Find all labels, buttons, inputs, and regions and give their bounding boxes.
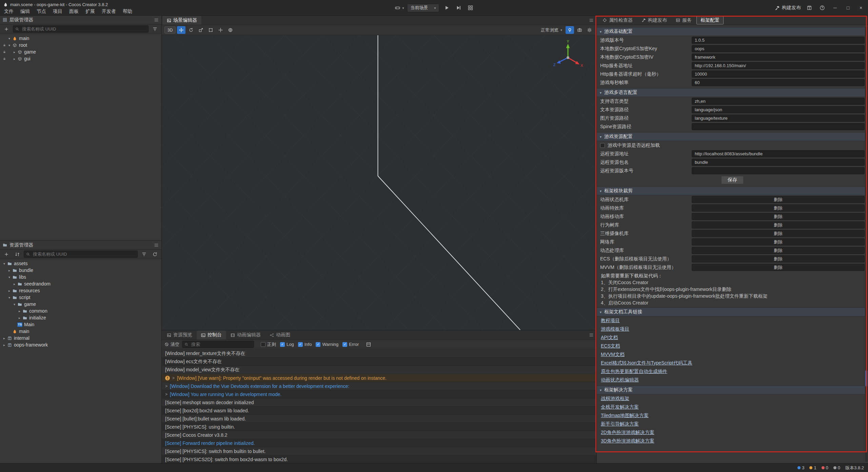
lang-texture-path-input[interactable] bbox=[692, 115, 865, 122]
delete-button[interactable]: 删除 bbox=[692, 204, 865, 212]
checkbox-icon[interactable] bbox=[261, 342, 265, 347]
menu-item[interactable]: 节点 bbox=[33, 8, 50, 15]
move-tool-button[interactable] bbox=[177, 26, 185, 34]
doc-link[interactable]: ECS文档 bbox=[597, 342, 868, 350]
doc-link[interactable]: MVVM文档 bbox=[597, 350, 868, 359]
log-row[interactable]: [Scene] Cocos Creator v3.8.2 bbox=[162, 431, 596, 439]
solution-link[interactable]: 新手引导解决方案 bbox=[597, 420, 868, 428]
log-row[interactable]: [Window] model_view文件夹不存在 bbox=[162, 366, 596, 374]
section-header-resource[interactable]: ▾ 游戏资源配置 bbox=[597, 132, 868, 141]
log-row[interactable]: [Scene] Forward render pipeline initiali… bbox=[162, 439, 596, 447]
tree-node[interactable]: ▸oops-framework bbox=[0, 341, 161, 348]
rotate-tool-button[interactable] bbox=[187, 26, 195, 34]
render-mode-select[interactable]: 正常浏览 ▾ bbox=[539, 27, 564, 33]
crypto-key-input[interactable] bbox=[692, 45, 865, 52]
assets-search[interactable] bbox=[24, 251, 138, 258]
http-timeout-input[interactable] bbox=[692, 71, 865, 78]
create-node-button[interactable] bbox=[2, 25, 11, 33]
section-header-docs[interactable]: ▾ 框架文档工具链接 bbox=[597, 308, 868, 316]
filter-Log[interactable]: ✓Log bbox=[280, 342, 294, 347]
expand-arrow[interactable]: > bbox=[165, 384, 167, 389]
scene-select[interactable]: 当前场景 ▾ bbox=[407, 4, 439, 12]
collapse-logs-button[interactable] bbox=[364, 340, 373, 349]
maximize-button[interactable]: □ bbox=[844, 4, 852, 12]
delete-button[interactable]: 删除 bbox=[692, 230, 865, 237]
filter-Error[interactable]: ✓Error bbox=[342, 342, 359, 347]
checkbox-icon[interactable]: ✓ bbox=[316, 342, 320, 347]
gear-icon[interactable] bbox=[585, 26, 594, 34]
pivot-toggle-button[interactable] bbox=[216, 26, 225, 34]
axis-gizmo[interactable]: Y X Z bbox=[552, 39, 584, 72]
mode-3d-toggle[interactable]: 3D bbox=[164, 26, 176, 34]
panel-menu-icon[interactable] bbox=[154, 243, 159, 248]
log-row[interactable]: >[Window] Download the Vue Devtools exte… bbox=[162, 382, 596, 390]
section-header-basic[interactable]: ▾ 游戏基础配置 bbox=[597, 27, 868, 36]
filter-Info[interactable]: ✓Info bbox=[298, 342, 312, 347]
doc-link[interactable]: 游戏模板项目 bbox=[597, 325, 868, 333]
sort-icon[interactable] bbox=[13, 250, 22, 258]
tree-node[interactable]: ▾root bbox=[0, 42, 161, 48]
tab-console-资源预览[interactable]: 资源预览 bbox=[162, 331, 197, 339]
tab-属性检查器[interactable]: 属性检查器 bbox=[598, 16, 637, 24]
filter-正则[interactable]: 正则 bbox=[261, 341, 276, 348]
tree-node[interactable]: ▸gui bbox=[0, 55, 161, 62]
delete-button[interactable]: 删除 bbox=[692, 221, 865, 229]
log-row[interactable]: [Scene] [PHYSICS2D]: switch from box2d-w… bbox=[162, 455, 596, 463]
minimize-button[interactable]: ─ bbox=[831, 4, 840, 12]
create-asset-button[interactable] bbox=[2, 250, 11, 258]
http-server-input[interactable] bbox=[692, 62, 865, 69]
scene-light-toggle[interactable] bbox=[566, 26, 574, 34]
build-button[interactable]: 构建发布 bbox=[775, 5, 801, 11]
tree-node[interactable]: ▸internal bbox=[0, 335, 161, 341]
doc-link[interactable]: API文档 bbox=[597, 333, 868, 342]
delete-button[interactable]: 删除 bbox=[692, 255, 865, 262]
scale-tool-button[interactable] bbox=[197, 26, 205, 34]
expand-arrow[interactable]: > bbox=[165, 392, 167, 397]
camera-settings-button[interactable] bbox=[575, 26, 584, 34]
menu-item[interactable]: 面板 bbox=[66, 8, 82, 15]
menu-item[interactable]: 编辑 bbox=[17, 8, 33, 15]
lock-icon[interactable] bbox=[2, 50, 7, 54]
remote-url-input[interactable] bbox=[692, 150, 865, 157]
expand-arrow[interactable]: ▸ bbox=[7, 289, 12, 293]
status-count-warning[interactable]: 1 bbox=[809, 465, 816, 470]
expand-arrow[interactable]: ▸ bbox=[12, 57, 17, 61]
doc-link[interactable]: 原生包热更新配置自动生成插件 bbox=[597, 367, 868, 376]
console-search-input[interactable] bbox=[191, 341, 252, 347]
refresh-icon[interactable] bbox=[151, 250, 159, 258]
tree-node[interactable]: ▾libs bbox=[0, 274, 161, 280]
log-row[interactable]: [Scene] meshopt wasm decoder initialized bbox=[162, 398, 596, 407]
expand-arrow[interactable]: ▸ bbox=[12, 50, 17, 54]
tree-node[interactable]: ▾script bbox=[0, 294, 161, 301]
scrollbar-thumb[interactable] bbox=[865, 370, 867, 387]
package-icon[interactable] bbox=[805, 4, 814, 12]
solution-link[interactable]: 3D角色扮演游戏解决方案 bbox=[597, 437, 868, 445]
menu-item[interactable]: 帮助 bbox=[119, 8, 136, 15]
doc-link[interactable]: Excel格式转Json文件与TypeScript代码工具 bbox=[597, 359, 868, 367]
panel-menu-icon[interactable] bbox=[589, 333, 594, 337]
expand-arrow[interactable]: ▸ bbox=[17, 309, 22, 313]
play-button[interactable] bbox=[442, 4, 451, 12]
rect-tool-button[interactable] bbox=[206, 26, 215, 34]
tree-node[interactable]: ▸resources bbox=[0, 287, 161, 294]
expand-arrow[interactable]: ▾ bbox=[7, 37, 12, 40]
panel-menu-icon[interactable] bbox=[154, 18, 159, 22]
log-row[interactable]: [Window] render_texture文件夹不存在 bbox=[162, 350, 596, 358]
coordinate-toggle-button[interactable] bbox=[226, 26, 235, 34]
tree-node[interactable]: ▸bundle bbox=[0, 267, 161, 274]
status-count-error[interactable]: 0 bbox=[822, 465, 828, 470]
lang-json-path-input[interactable] bbox=[692, 106, 865, 113]
solution-link[interactable]: 全栈开发解决方案 bbox=[597, 403, 868, 411]
log-row[interactable]: [Window] ecs文件夹不存在 bbox=[162, 358, 596, 366]
remote-bundle-input[interactable] bbox=[692, 159, 865, 166]
tree-node[interactable]: TSMain bbox=[0, 321, 161, 328]
lock-icon[interactable] bbox=[2, 43, 7, 47]
expand-arrow[interactable]: ▸ bbox=[17, 316, 22, 320]
tree-node[interactable]: ▾game bbox=[0, 301, 161, 308]
solution-link[interactable]: Tiledmap地图解决方案 bbox=[597, 411, 868, 420]
expand-arrow[interactable]: ▸ bbox=[7, 269, 12, 272]
tree-node[interactable]: ▸initialize bbox=[0, 314, 161, 321]
checkbox-icon[interactable]: ✓ bbox=[298, 342, 303, 347]
tree-node[interactable]: ▸seedrandom bbox=[0, 280, 161, 287]
tab-console-控制台[interactable]: 控制台 bbox=[197, 331, 226, 339]
